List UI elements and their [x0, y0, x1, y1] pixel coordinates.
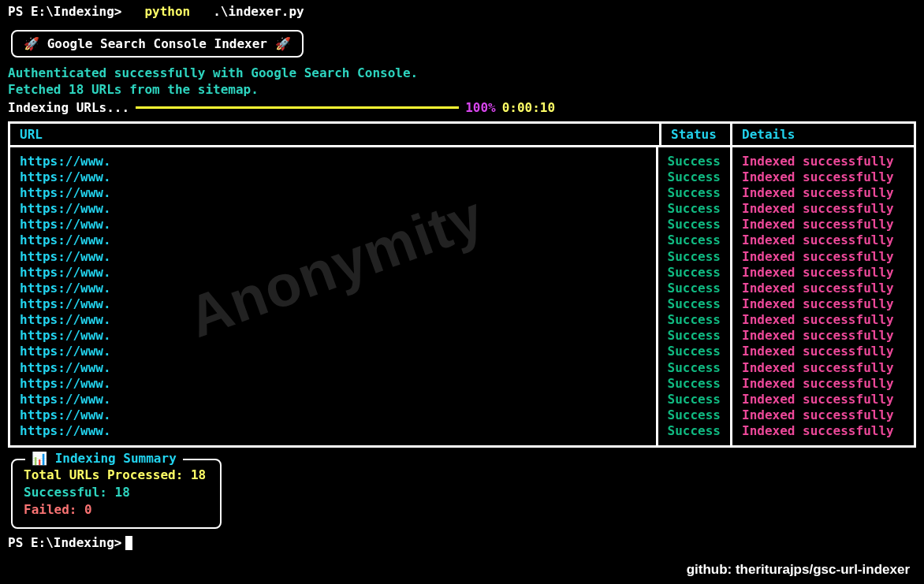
- auth-message-1: Authenticated successfully with Google S…: [8, 65, 916, 82]
- app-title-box: 🚀 Google Search Console Indexer 🚀: [11, 30, 304, 58]
- table-header-row: URL Status Details: [10, 124, 914, 147]
- summary-total: Total URLs Processed: 18: [24, 467, 206, 484]
- row-status: Success: [668, 296, 721, 311]
- row-details: Indexed successfully: [742, 344, 894, 359]
- table-body: Anonymity https://www.SuccessIndexed suc…: [10, 147, 914, 446]
- header-status: Status: [671, 127, 717, 142]
- row-details: Indexed successfully: [742, 376, 894, 391]
- row-details: Indexed successfully: [742, 265, 894, 280]
- summary-failed: Failed: 0: [24, 501, 206, 519]
- row-url: https://www.: [20, 185, 111, 200]
- header-url: URL: [20, 127, 43, 142]
- row-status: Success: [668, 201, 721, 216]
- table-row: https://www.SuccessIndexed successfully: [10, 376, 914, 392]
- row-status: Success: [668, 407, 721, 422]
- row-url: https://www.: [20, 423, 111, 438]
- table-row: https://www.SuccessIndexed successfully: [10, 344, 914, 359]
- row-url: https://www.: [20, 232, 111, 247]
- table-row: https://www.SuccessIndexed successfully: [10, 169, 914, 185]
- row-status: Success: [668, 423, 721, 438]
- row-url: https://www.: [20, 328, 111, 343]
- row-status: Success: [668, 392, 721, 407]
- table-row: https://www.SuccessIndexed successfully: [10, 392, 914, 407]
- auth-message-2: Fetched 18 URLs from the sitemap.: [8, 82, 916, 99]
- table-row: https://www.SuccessIndexed successfully: [10, 265, 914, 281]
- table-row: https://www.SuccessIndexed successfully: [10, 360, 914, 376]
- rocket-icon: 🚀: [275, 36, 291, 51]
- header-details: Details: [742, 127, 795, 142]
- row-status: Success: [668, 360, 721, 375]
- table-row: https://www.SuccessIndexed successfully: [10, 217, 914, 232]
- row-details: Indexed successfully: [742, 360, 894, 375]
- row-status: Success: [668, 328, 721, 343]
- row-status: Success: [668, 344, 721, 359]
- row-url: https://www.: [20, 154, 111, 169]
- table-row: https://www.SuccessIndexed successfully: [10, 407, 914, 423]
- ps-prompt-prefix: PS E:\Indexing>: [8, 4, 122, 19]
- row-url: https://www.: [20, 312, 111, 327]
- table-row: https://www.SuccessIndexed successfully: [10, 249, 914, 265]
- table-row: https://www.SuccessIndexed successfully: [10, 296, 914, 312]
- row-details: Indexed successfully: [742, 249, 894, 264]
- row-details: Indexed successfully: [742, 217, 894, 232]
- rocket-icon: 🚀: [24, 36, 39, 51]
- row-url: https://www.: [20, 217, 111, 232]
- row-status: Success: [668, 265, 721, 280]
- github-credit: github: theriturajps/gsc-url-indexer: [687, 562, 910, 578]
- row-details: Indexed successfully: [742, 281, 894, 296]
- table-row: https://www.SuccessIndexed successfully: [10, 328, 914, 344]
- row-details: Indexed successfully: [742, 185, 894, 200]
- row-status: Success: [668, 312, 721, 327]
- row-status: Success: [668, 376, 721, 391]
- row-status: Success: [668, 281, 721, 296]
- row-url: https://www.: [20, 344, 111, 359]
- cursor-icon: [125, 536, 132, 550]
- row-details: Indexed successfully: [742, 169, 894, 184]
- row-status: Success: [668, 232, 721, 247]
- table-row: https://www.SuccessIndexed successfully: [10, 185, 914, 201]
- table-row: https://www.SuccessIndexed successfully: [10, 423, 914, 445]
- row-status: Success: [668, 169, 721, 184]
- command-python: python: [144, 4, 190, 19]
- row-details: Indexed successfully: [742, 312, 894, 327]
- command-arg: .\indexer.py: [213, 4, 304, 19]
- row-status: Success: [668, 185, 721, 200]
- row-details: Indexed successfully: [742, 407, 894, 422]
- table-row: https://www.SuccessIndexed successfully: [10, 147, 914, 169]
- row-details: Indexed successfully: [742, 201, 894, 216]
- row-details: Indexed successfully: [742, 232, 894, 247]
- row-url: https://www.: [20, 407, 111, 422]
- row-status: Success: [668, 249, 721, 264]
- row-url: https://www.: [20, 392, 111, 407]
- results-table: URL Status Details Anonymity https://www…: [8, 121, 916, 448]
- summary-title: Indexing Summary: [55, 451, 177, 466]
- row-details: Indexed successfully: [742, 423, 894, 438]
- row-status: Success: [668, 154, 721, 169]
- chart-icon: 📊: [32, 451, 47, 466]
- table-row: https://www.SuccessIndexed successfully: [10, 281, 914, 296]
- final-prompt-line[interactable]: PS E:\Indexing>: [8, 535, 916, 550]
- progress-bar: [136, 106, 459, 109]
- table-row: https://www.SuccessIndexed successfully: [10, 232, 914, 248]
- row-details: Indexed successfully: [742, 392, 894, 407]
- row-details: Indexed successfully: [742, 296, 894, 311]
- progress-time: 0:00:10: [502, 100, 555, 115]
- row-url: https://www.: [20, 360, 111, 375]
- final-prompt-prefix: PS E:\Indexing>: [8, 535, 122, 550]
- progress-percent: 100%: [465, 100, 496, 115]
- table-row: https://www.SuccessIndexed successfully: [10, 201, 914, 217]
- row-details: Indexed successfully: [742, 154, 894, 169]
- row-url: https://www.: [20, 265, 111, 280]
- summary-box: 📊 Indexing Summary Total URLs Processed:…: [11, 459, 222, 529]
- row-url: https://www.: [20, 281, 111, 296]
- row-url: https://www.: [20, 169, 111, 184]
- summary-success: Successful: 18: [24, 484, 206, 501]
- row-url: https://www.: [20, 296, 111, 311]
- row-status: Success: [668, 217, 721, 232]
- progress-label: Indexing URLs...: [8, 100, 129, 115]
- row-details: Indexed successfully: [742, 328, 894, 343]
- table-row: https://www.SuccessIndexed successfully: [10, 312, 914, 328]
- app-title: Google Search Console Indexer: [47, 36, 267, 51]
- row-url: https://www.: [20, 201, 111, 216]
- command-prompt-line: PS E:\Indexing> python .\indexer.py: [8, 4, 916, 19]
